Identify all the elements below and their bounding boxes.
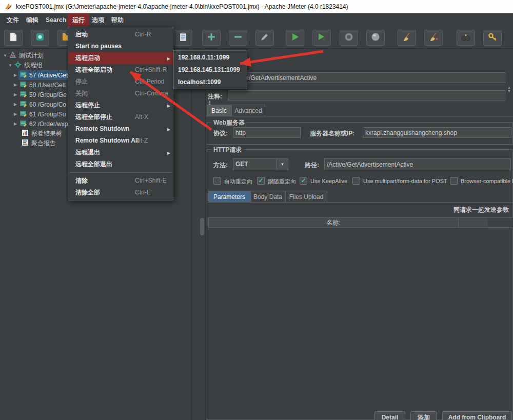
auto-redirect-checkbox[interactable]: [213, 177, 221, 185]
column-divider[interactable]: [458, 218, 459, 227]
menu-help[interactable]: 帮助: [107, 13, 128, 27]
tree-item-sampler-61[interactable]: ▶ 61 /Group/Su: [12, 109, 69, 119]
tree-item-sampler-58[interactable]: ▶ 58 /User/Gett: [12, 80, 69, 90]
menu-item-remote-stop-all[interactable]: 远程全部停止 Alt-X: [68, 111, 173, 123]
toggle-button[interactable]: [255, 30, 274, 46]
start-button[interactable]: [286, 30, 304, 46]
chevron-right-icon[interactable]: ▶: [12, 122, 18, 126]
comments-field[interactable]: [228, 90, 505, 101]
tree-item-view-results-tree[interactable]: 察看结果树: [21, 129, 65, 138]
menu-item-clear-all[interactable]: 清除全部 Ctrl-E: [68, 187, 173, 198]
clear-all-button[interactable]: [424, 30, 443, 46]
tab-parameters[interactable]: Parameters: [208, 191, 250, 202]
send-params-caption: 同请求一起发送参数: [453, 206, 509, 214]
paste-button[interactable]: [174, 30, 192, 46]
tree-item-label: 测试计划: [19, 51, 44, 60]
tree-item-sampler-62[interactable]: ▶ 62 /Order/wxp: [12, 119, 71, 129]
name-field[interactable]: [228, 72, 505, 83]
menu-item-remote-exit[interactable]: 远程退出 ▶: [68, 147, 173, 158]
chevron-right-icon[interactable]: ▶: [12, 112, 18, 116]
shutdown-button[interactable]: [366, 30, 385, 46]
http-request-group-title: HTTP请求: [211, 146, 244, 154]
submenu-item-localhost[interactable]: localhost:1099: [174, 76, 247, 88]
add-button[interactable]: 添加: [410, 411, 437, 420]
aggregate-report-icon: [22, 139, 29, 148]
detail-button[interactable]: Detail: [374, 411, 405, 420]
menu-item-clear[interactable]: 清除 Ctrl+Shift-E: [68, 175, 173, 187]
tab-advanced[interactable]: Advanced: [231, 105, 265, 116]
menu-item-remote-start[interactable]: 远程启动 ▶: [68, 52, 173, 64]
chevron-right-icon[interactable]: ▶: [12, 73, 18, 77]
follow-redirect-checkbox[interactable]: ✓: [257, 177, 265, 185]
menu-item-remote-exit-all[interactable]: 远程全部退出: [68, 158, 173, 170]
menu-item-remote-shutdown-all[interactable]: Remote Shutdown All Alt-Z: [68, 135, 173, 147]
tab-files-upload[interactable]: Files Upload: [285, 191, 327, 202]
jmeter-window: kxePOST001.jmx (G:\Jmeter\apache-jmeter-…: [0, 0, 513, 420]
test-plan-icon: [9, 51, 16, 60]
keepalive-label: Use KeepAlive: [310, 178, 347, 184]
clear-button[interactable]: [398, 30, 416, 46]
search-button[interactable]: [457, 30, 475, 46]
thread-group-icon: [14, 61, 22, 70]
server-name-field[interactable]: [363, 127, 511, 138]
clipboard-icon: [178, 32, 188, 44]
new-file-button[interactable]: [4, 30, 23, 46]
tree-item-label: 聚合报告: [31, 139, 56, 148]
name-column-header[interactable]: 名称:: [209, 218, 458, 227]
http-sampler-icon: [19, 90, 27, 99]
menu-item-stop[interactable]: 停止 Ctrl-Period: [68, 76, 173, 88]
tree-item-sampler-57[interactable]: ▶ 57 /Active/Get: [12, 70, 71, 80]
menu-item-remote-shutdown[interactable]: Remote Shutdown ▶: [68, 123, 173, 135]
tree-item-thread-group[interactable]: ▼ 线程组: [7, 61, 46, 70]
tree-scrollbar-thumb[interactable]: [200, 218, 204, 235]
http-sampler-icon: [19, 100, 27, 109]
follow-redirect-label: 跟随重定向: [268, 178, 296, 186]
add-button-toolbar[interactable]: [202, 30, 221, 46]
protocol-field[interactable]: [233, 127, 301, 138]
menu-run[interactable]: 运行: [68, 13, 89, 27]
chevron-down-icon[interactable]: ▼: [7, 63, 13, 68]
method-combobox[interactable]: GET ▼: [233, 158, 288, 170]
menu-item-start[interactable]: 启动 Ctrl-R: [68, 29, 173, 41]
search-reset-button[interactable]: [483, 30, 502, 46]
menu-options[interactable]: 选项: [87, 13, 109, 27]
browser-headers-checkbox[interactable]: [450, 177, 458, 185]
menu-edit[interactable]: 编辑: [22, 13, 43, 27]
scroll-down-icon: ▼: [507, 89, 511, 93]
submenu-arrow-icon: ▶: [167, 53, 170, 65]
tab-basic[interactable]: Basic: [207, 105, 231, 116]
broom-icon: [402, 32, 412, 44]
chevron-down-icon[interactable]: ▼: [2, 53, 8, 58]
menu-item-start-no-pauses[interactable]: Start no pauses: [68, 41, 173, 52]
tree-item-label: 60 /Group/Co: [29, 101, 66, 108]
shutdown-icon: [370, 32, 381, 44]
keepalive-checkbox[interactable]: ✓: [300, 177, 307, 185]
path-field[interactable]: [324, 158, 511, 170]
menu-item-shutdown[interactable]: 关闭 Ctrl-Comma: [68, 88, 173, 99]
tree-item-test-plan[interactable]: ▼ 测试计划: [2, 51, 47, 61]
add-from-clipboard-button[interactable]: Add from Clipboard: [442, 411, 512, 420]
check-icon: ✓: [258, 177, 263, 184]
chevron-right-icon[interactable]: ▶: [12, 83, 18, 87]
remote-start-submenu: 192.168.0.11:1099 192.168.145.131:1099 l…: [173, 50, 247, 89]
menu-search[interactable]: Search: [41, 13, 71, 27]
tree-item-aggregate-report[interactable]: 聚合报告: [21, 138, 59, 148]
tree-item-sampler-59[interactable]: ▶ 59 /Group/Ge: [12, 90, 70, 99]
remove-button-toolbar[interactable]: [229, 30, 247, 46]
templates-button[interactable]: [31, 30, 49, 46]
chevron-right-icon[interactable]: ▶: [12, 92, 18, 97]
chevron-right-icon[interactable]: ▶: [12, 102, 18, 107]
binoculars-icon: [461, 32, 471, 44]
tab-body-data[interactable]: Body Data: [250, 191, 285, 202]
tree-item-sampler-60[interactable]: ▶ 60 /Group/Co: [12, 99, 69, 109]
panel-scroll-arrows[interactable]: ▲ ▼: [507, 86, 511, 93]
combo-chevron-down-icon[interactable]: ▼: [277, 159, 288, 170]
submenu-item-host-1[interactable]: 192.168.0.11:1099: [174, 51, 247, 64]
multipart-checkbox[interactable]: [352, 177, 360, 185]
remote-start-button[interactable]: [312, 30, 331, 46]
menu-item-remote-start-all[interactable]: 远程全部启动 Ctrl+Shift-R: [68, 64, 173, 76]
submenu-item-host-2[interactable]: 192.168.145.131:1099: [174, 64, 247, 76]
stop-button[interactable]: [340, 30, 358, 46]
menu-file[interactable]: 文件: [2, 13, 24, 27]
menu-item-remote-stop[interactable]: 远程停止 ▶: [68, 99, 173, 111]
